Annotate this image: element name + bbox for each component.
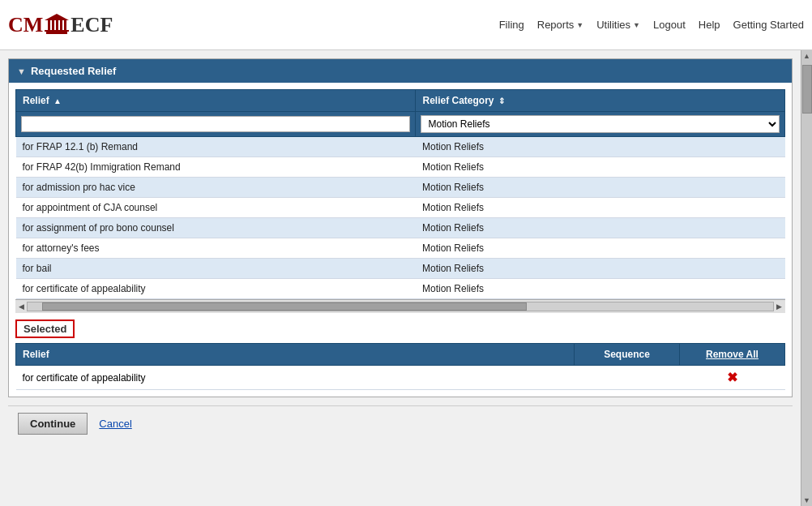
- svg-rect-0: [46, 32, 67, 34]
- svg-rect-4: [56, 20, 58, 30]
- col-category-header[interactable]: Relief Category ⇕: [416, 90, 785, 112]
- panel-toggle-icon[interactable]: ▼: [17, 66, 26, 76]
- relief-sort-icon: ▲: [53, 96, 62, 105]
- col-relief-header[interactable]: Relief ▲: [16, 90, 416, 112]
- filter-row: Motion Reliefs Civil Reliefs Criminal Re…: [16, 112, 785, 137]
- scroll-up-icon[interactable]: ▲: [801, 50, 812, 62]
- scroll-thumb[interactable]: [802, 65, 812, 114]
- remove-all-link[interactable]: Remove All: [706, 349, 759, 360]
- selected-col-remove: Remove All: [680, 344, 785, 366]
- right-scrollbar[interactable]: ▲ ▼: [801, 50, 812, 506]
- relief-cell: for FRAP 12.1 (b) Remand: [16, 137, 416, 157]
- getting-started-nav[interactable]: Getting Started: [733, 19, 804, 31]
- category-cell: Motion Reliefs: [416, 279, 785, 299]
- table-row[interactable]: for bailMotion Reliefs: [16, 259, 785, 279]
- selected-col-relief: Relief: [16, 344, 575, 366]
- selected-relief-cell: for certificate of appealability: [16, 366, 575, 390]
- relief-filter-cell: [16, 112, 416, 137]
- footer-bar: Continue Cancel: [8, 405, 793, 441]
- selected-section: Selected Relief Sequence Remove All: [15, 313, 785, 390]
- panel-header: ▼ Requested Relief: [9, 59, 792, 83]
- relief-filter-input[interactable]: [21, 116, 410, 132]
- table-scroll-container: Relief ▲ Relief Category ⇕: [15, 89, 785, 313]
- scroll-right-icon[interactable]: ▶: [776, 302, 782, 311]
- category-filter-cell: Motion Reliefs Civil Reliefs Criminal Re…: [416, 112, 785, 137]
- category-cell: Motion Reliefs: [416, 178, 785, 198]
- utilities-arrow: ▼: [633, 21, 640, 29]
- category-cell: Motion Reliefs: [416, 198, 785, 218]
- relief-cell: for attorney's fees: [16, 238, 416, 259]
- logo-icon: [45, 14, 69, 36]
- cancel-button[interactable]: Cancel: [99, 418, 131, 430]
- content-wrapper: ▼ Requested Relief Relief ▲: [0, 50, 812, 506]
- scroll-left-icon[interactable]: ◀: [19, 302, 24, 311]
- svg-rect-5: [60, 20, 62, 30]
- svg-marker-7: [45, 14, 69, 20]
- relief-cell: for FRAP 42(b) Immigration Remand: [16, 157, 416, 178]
- relief-cell: for admission pro hac vice: [16, 178, 416, 198]
- table-row[interactable]: for appointment of CJA counselMotion Rel…: [16, 198, 785, 218]
- selected-col-sequence: Sequence: [575, 344, 680, 366]
- selected-remove-cell: ✖: [680, 366, 785, 390]
- panel-title: Requested Relief: [31, 65, 116, 77]
- selected-sequence-cell: [575, 366, 680, 390]
- category-cell: Motion Reliefs: [416, 238, 785, 259]
- relief-cell: for certificate of appealability: [16, 279, 416, 299]
- table-row[interactable]: for FRAP 12.1 (b) RemandMotion Reliefs: [16, 137, 785, 157]
- selected-label: Selected: [15, 319, 75, 338]
- horiz-scroll-thumb: [42, 302, 527, 311]
- category-cell: Motion Reliefs: [416, 137, 785, 157]
- selected-header-row: Relief Sequence Remove All: [16, 344, 785, 366]
- selected-table: Relief Sequence Remove All for certifica…: [15, 343, 785, 390]
- reports-nav[interactable]: Reports ▼: [537, 19, 583, 31]
- logout-nav[interactable]: Logout: [653, 19, 686, 31]
- svg-rect-6: [64, 20, 66, 30]
- table-row[interactable]: for FRAP 42(b) Immigration RemandMotion …: [16, 157, 785, 178]
- nav-links: Filing Reports ▼ Utilities ▼ Logout Help…: [499, 19, 804, 31]
- top-nav: CM ECF Filing Reports ▼ Utilities ▼: [0, 0, 812, 50]
- main-content: ▼ Requested Relief Relief ▲: [0, 50, 801, 506]
- requested-relief-panel: ▼ Requested Relief Relief ▲: [8, 58, 793, 397]
- category-cell: Motion Reliefs: [416, 259, 785, 279]
- logo: CM ECF: [8, 13, 113, 37]
- utilities-nav[interactable]: Utilities ▼: [596, 19, 640, 31]
- reports-arrow: ▼: [576, 21, 583, 29]
- relief-table: Relief ▲ Relief Category ⇕: [15, 89, 785, 299]
- category-filter-select[interactable]: Motion Reliefs Civil Reliefs Criminal Re…: [421, 115, 780, 133]
- horiz-scrollbar[interactable]: [27, 302, 774, 311]
- table-row[interactable]: for admission pro hac viceMotion Reliefs: [16, 178, 785, 198]
- relief-table-wrapper: Relief ▲ Relief Category ⇕: [9, 83, 792, 397]
- relief-cell: for assignment of pro bono counsel: [16, 218, 416, 238]
- category-sort-icon: ⇕: [498, 96, 505, 105]
- relief-cell: for appointment of CJA counsel: [16, 198, 416, 218]
- table-row[interactable]: for attorney's feesMotion Reliefs: [16, 238, 785, 259]
- table-row[interactable]: for assignment of pro bono counselMotion…: [16, 218, 785, 238]
- svg-rect-1: [45, 30, 69, 32]
- logo-cm: CM: [8, 13, 43, 37]
- table-header-row: Relief ▲ Relief Category ⇕: [16, 90, 785, 112]
- scroll-down-icon[interactable]: ▼: [801, 495, 812, 506]
- svg-rect-3: [52, 20, 54, 30]
- relief-cell: for bail: [16, 259, 416, 279]
- list-item: for certificate of appealability✖: [16, 366, 785, 390]
- category-cell: Motion Reliefs: [416, 218, 785, 238]
- help-nav[interactable]: Help: [699, 19, 720, 31]
- continue-button[interactable]: Continue: [18, 413, 88, 435]
- remove-icon[interactable]: ✖: [727, 371, 737, 384]
- logo-ecf: ECF: [71, 13, 113, 37]
- horiz-scroll-container: ◀ ▶: [15, 299, 785, 313]
- svg-rect-2: [48, 20, 50, 30]
- table-row[interactable]: for certificate of appealabilityMotion R…: [16, 279, 785, 299]
- filing-nav[interactable]: Filing: [499, 19, 524, 31]
- category-cell: Motion Reliefs: [416, 157, 785, 178]
